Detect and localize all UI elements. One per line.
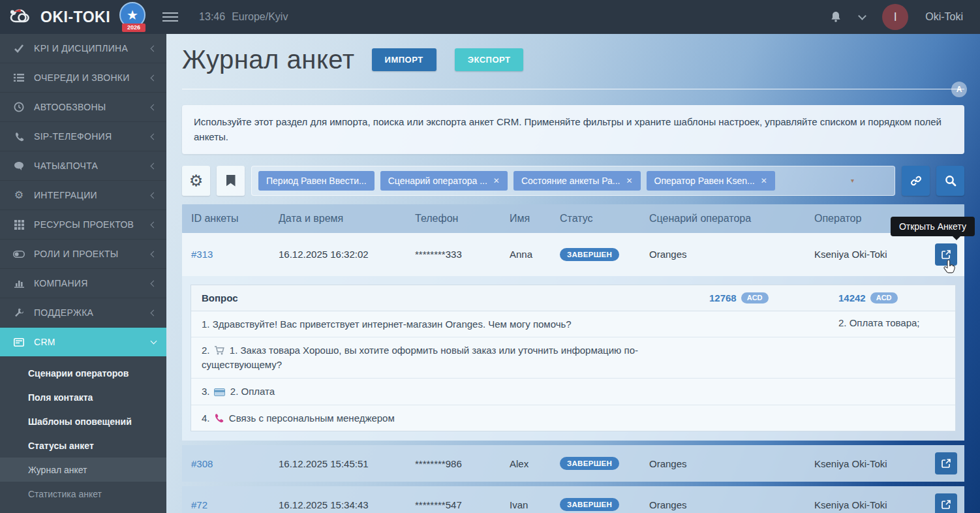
page-title: Журнал анкет (182, 45, 355, 74)
sidebar-item-company[interactable]: КОМПАНИЯ (0, 269, 166, 298)
app-window: OKI-TOKI ★ 2026 13:46 Europe/Kyiv I Oki-… (0, 0, 980, 513)
cell-datetime: 16.12.2025 15:45:51 (269, 458, 406, 469)
sidebar-item-contact-fields[interactable]: Поля контакта (0, 385, 166, 409)
menu-toggle-icon[interactable] (162, 12, 178, 22)
external-link-icon (941, 458, 951, 469)
acd-badge: ACD (870, 292, 898, 303)
timezone: Europe/Kyiv (232, 11, 288, 23)
question-column-header: Вопрос (191, 292, 697, 303)
crm-submenu: Сценарии операторов Поля контакта Шаблон… (0, 357, 166, 513)
clock: 13:46 Europe/Kyiv (199, 11, 288, 23)
acd-id-link[interactable]: 14242 (838, 292, 866, 303)
filter-chip-scenario[interactable]: Сценарий оператора ... ✕ (380, 171, 508, 191)
filter-input[interactable]: Период Равен Ввести... Сценарий оператор… (251, 166, 895, 196)
sidebar-item-chats[interactable]: ЧАТЫ&ПОЧТА (0, 151, 166, 181)
sidebar-item-operator-scenarios[interactable]: Сценарии операторов (0, 361, 166, 385)
search-icon (944, 174, 957, 187)
col-header-scenario[interactable]: Сценарий оператора (640, 213, 805, 225)
import-button[interactable]: ИМПОРТ (372, 48, 436, 71)
sidebar-item-crm[interactable]: CRM (0, 328, 166, 357)
status-badge: ЗАВЕРШЕН (560, 457, 619, 470)
sidebar-item-form-statuses[interactable]: Статусы анкет (0, 433, 166, 458)
new-year-badge[interactable]: ★ 2026 (119, 2, 148, 32)
open-form-button[interactable] (935, 493, 957, 513)
table-row: #313 16.12.2025 16:32:02 ********333 Ann… (182, 233, 964, 276)
sidebar-item-roles[interactable]: РОЛИ И ПРОЕКТЫ (0, 240, 166, 269)
grid-icon (12, 220, 26, 230)
col-header-id[interactable]: ID анкеты (182, 213, 269, 225)
gears-icon: ⚙ (12, 190, 26, 200)
avatar[interactable]: I (882, 4, 908, 30)
chevron-left-icon (151, 163, 157, 169)
questions-table-header: Вопрос 12768 ACD 14242 ACD (191, 285, 955, 311)
link-icon (910, 174, 923, 187)
sidebar-item-fcr-by-tags[interactable]: FCR по тегам контактов (0, 506, 166, 513)
copy-link-button[interactable] (902, 166, 930, 196)
search-button[interactable] (936, 166, 964, 196)
remove-chip-icon[interactable]: ✕ (493, 176, 500, 185)
cell-scenario: Oranges (640, 458, 805, 469)
cell-operator: Kseniya Oki-Toki (805, 458, 926, 469)
sidebar: KPI И ДИСЦИПЛИНА ОЧЕРЕДИ И ЗВОНКИ АВТООБ… (0, 34, 166, 513)
col-header-status[interactable]: Статус (551, 213, 640, 225)
sidebar-item-integrations[interactable]: ⚙ ИНТЕГРАЦИИ (0, 181, 166, 210)
brand-logo[interactable]: OKI-TOKI (0, 7, 110, 27)
phone-receiver-icon (214, 413, 224, 423)
cell-scenario: Oranges (640, 249, 805, 260)
form-detail-panel: Вопрос 12768 ACD 14242 ACD 1. Здравствуй… (182, 276, 964, 441)
chevron-left-icon (151, 74, 157, 81)
chevron-left-icon (151, 104, 157, 110)
table-row: #72 16.12.2025 15:34:43 ********547 Ivan… (182, 486, 964, 513)
external-link-icon (941, 249, 951, 260)
col-header-datetime[interactable]: Дата и время (269, 213, 406, 225)
toggle-icon (12, 251, 26, 258)
table-row: #308 16.12.2025 15:45:51 ********986 Ale… (182, 445, 964, 482)
status-badge: ЗАВЕРШЕН (560, 498, 619, 511)
notifications-bell-icon[interactable] (829, 10, 842, 23)
cell-operator: Kseniya Oki-Toki (805, 249, 926, 260)
acd-id-link[interactable]: 12768 (709, 292, 737, 303)
col-header-name[interactable]: Имя (500, 213, 551, 225)
chevron-left-icon (151, 45, 157, 52)
filter-settings-button[interactable]: ⚙ (182, 166, 210, 196)
acd-badge: ACD (741, 292, 769, 303)
open-form-button[interactable] (935, 452, 957, 474)
sidebar-item-form-journal[interactable]: Журнал анкет (0, 458, 166, 482)
filter-chip-state[interactable]: Состояние анкеты Ра... ✕ (513, 171, 641, 191)
anchor-badge[interactable]: A (951, 82, 967, 97)
bar-chart-icon (12, 279, 26, 288)
bookmark-icon (226, 175, 236, 187)
user-menu-chevron-icon[interactable] (858, 12, 866, 20)
sidebar-item-resources[interactable]: РЕСУРСЫ ПРОЕКТОВ (0, 210, 166, 240)
sidebar-item-notification-templates[interactable]: Шаблоны оповещений (0, 409, 166, 433)
cell-name: Ivan (500, 499, 551, 510)
external-link-icon (941, 499, 951, 510)
hand-cursor-icon (942, 259, 957, 276)
chevron-down-icon (151, 338, 157, 345)
question-row: 3. 2. Оплата (191, 379, 955, 405)
form-id-link[interactable]: #313 (191, 249, 213, 260)
star-icon: ★ (127, 7, 138, 23)
sidebar-item-support[interactable]: ПОДДЕРЖКА (0, 298, 166, 328)
remove-chip-icon[interactable]: ✕ (626, 176, 632, 185)
remove-chip-icon[interactable]: ✕ (761, 176, 767, 185)
cart-icon (214, 346, 224, 355)
cell-phone: ********986 (406, 458, 500, 469)
sidebar-item-queues[interactable]: ОЧЕРЕДИ И ЗВОНКИ (0, 63, 166, 93)
cell-operator: Kseniya Oki-Toki (805, 499, 926, 510)
filter-bookmark-button[interactable] (217, 166, 245, 196)
sidebar-item-kpi[interactable]: KPI И ДИСЦИПЛИНА (0, 34, 166, 63)
filter-chip-period[interactable]: Период Равен Ввести... (258, 171, 375, 191)
export-button[interactable]: ЭКСПОРТ (455, 48, 524, 71)
main-content: Журнал анкет ИМПОРТ ЭКСПОРТ A Используйт… (166, 34, 980, 513)
form-id-link[interactable]: #308 (191, 458, 213, 469)
form-id-link[interactable]: #72 (191, 499, 207, 510)
sidebar-item-sip[interactable]: SIP-ТЕЛЕФОНИЯ (0, 122, 166, 151)
sidebar-item-dialers[interactable]: АВТООБЗВОНЫ (0, 93, 166, 122)
filter-bar: ⚙ Период Равен Ввести... Сценарий операт… (182, 166, 964, 196)
col-header-phone[interactable]: Телефон (406, 213, 500, 225)
cell-phone: ********333 (406, 249, 500, 260)
sidebar-item-form-statistics[interactable]: Статистика анкет (0, 482, 166, 506)
filter-chip-operator[interactable]: Оператор Равен Ksen... ✕ (647, 171, 775, 191)
user-name: Oki-Toki (925, 11, 963, 23)
